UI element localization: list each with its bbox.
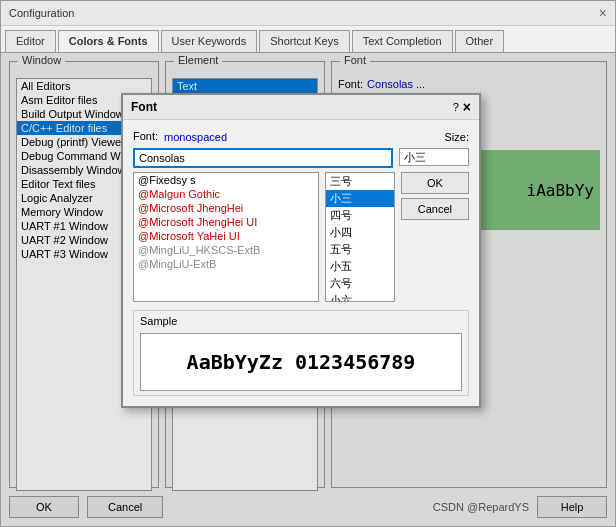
dialog-font-col xyxy=(133,148,393,168)
main-window: Configuration × Editor Colors & Fonts Us… xyxy=(0,0,616,527)
main-content: Window All Editors Asm Editor files Buil… xyxy=(1,53,615,526)
dialog-font-item[interactable]: @Microsoft JhengHei UI xyxy=(134,215,318,229)
window-close-icon[interactable]: × xyxy=(599,5,607,21)
dialog-size-list-col: 三号 小三 四号 小四 五号 小五 六号 小六 七号 八号 xyxy=(325,172,395,302)
dialog-close-icon[interactable]: × xyxy=(463,99,471,115)
font-dialog: Font ? × Font: monospaced Size: xyxy=(121,93,481,408)
dialog-font-item[interactable]: @Microsoft YaHei UI xyxy=(134,229,318,243)
size-list-item[interactable]: 四号 xyxy=(326,207,394,224)
tab-editor[interactable]: Editor xyxy=(5,30,56,52)
dialog-font-item[interactable]: @MingLiU_HKSCS-ExtB xyxy=(134,243,318,257)
dialog-ok-button[interactable]: OK xyxy=(401,172,469,194)
dialog-font-value: monospaced xyxy=(164,131,227,143)
dialog-sample-container: Sample AaBbYyZz 0123456789 xyxy=(133,310,469,396)
dialog-font-input[interactable] xyxy=(133,148,393,168)
size-list-item[interactable]: 五号 xyxy=(326,241,394,258)
dialog-font-list-col: @Fixedsy s @Malgun Gothic @Microsoft Jhe… xyxy=(133,172,319,302)
dialog-inputs-row xyxy=(133,148,469,168)
dialog-font-item[interactable]: @Microsoft JhengHei xyxy=(134,201,318,215)
dialog-body: Font: monospaced Size: xyxy=(123,120,479,406)
dialog-buttons: OK Cancel xyxy=(401,172,469,302)
dialog-font-label-row: Font: monospaced Size: xyxy=(133,130,469,144)
dialog-help-icon[interactable]: ? xyxy=(453,101,459,113)
dialog-font-label: Font: xyxy=(133,130,158,142)
size-list-item[interactable]: 小四 xyxy=(326,224,394,241)
size-list-item[interactable]: 小五 xyxy=(326,258,394,275)
size-list-item[interactable]: 三号 xyxy=(326,173,394,190)
dialog-size-input[interactable] xyxy=(399,148,469,166)
dialog-font-item[interactable]: @MingLiU-ExtB xyxy=(134,257,318,271)
dialog-cancel-button[interactable]: Cancel xyxy=(401,198,469,220)
dialog-sample-text: AaBbYyZz 0123456789 xyxy=(140,333,462,391)
size-list-item[interactable]: 小六 xyxy=(326,292,394,302)
dialog-size-col xyxy=(399,148,469,168)
size-list-item[interactable]: 六号 xyxy=(326,275,394,292)
dialog-size-list[interactable]: 三号 小三 四号 小四 五号 小五 六号 小六 七号 八号 xyxy=(325,172,395,302)
dialog-font-list[interactable]: @Fixedsy s @Malgun Gothic @Microsoft Jhe… xyxy=(133,172,319,302)
dialog-font-item[interactable]: @Fixedsy s xyxy=(134,173,318,187)
title-bar: Configuration × xyxy=(1,1,615,26)
dialog-font-item[interactable]: @Malgun Gothic xyxy=(134,187,318,201)
size-list-item-selected[interactable]: 小三 xyxy=(326,190,394,207)
tab-user-keywords[interactable]: User Keywords xyxy=(161,30,258,52)
tabs-row: Editor Colors & Fonts User Keywords Shor… xyxy=(1,26,615,53)
dialog-lists-row: @Fixedsy s @Malgun Gothic @Microsoft Jhe… xyxy=(133,172,469,302)
dialog-sample-label: Sample xyxy=(140,315,462,327)
dialog-title-bar: Font ? × xyxy=(123,95,479,120)
tab-other[interactable]: Other xyxy=(455,30,505,52)
tab-shortcut-keys[interactable]: Shortcut Keys xyxy=(259,30,349,52)
tab-colors-fonts[interactable]: Colors & Fonts xyxy=(58,30,159,52)
dialog-title: Font xyxy=(131,100,157,114)
window-title: Configuration xyxy=(9,7,74,19)
dialog-size-label: Size: xyxy=(445,131,469,143)
dialog-controls: ? × xyxy=(453,99,471,115)
tab-text-completion[interactable]: Text Completion xyxy=(352,30,453,52)
